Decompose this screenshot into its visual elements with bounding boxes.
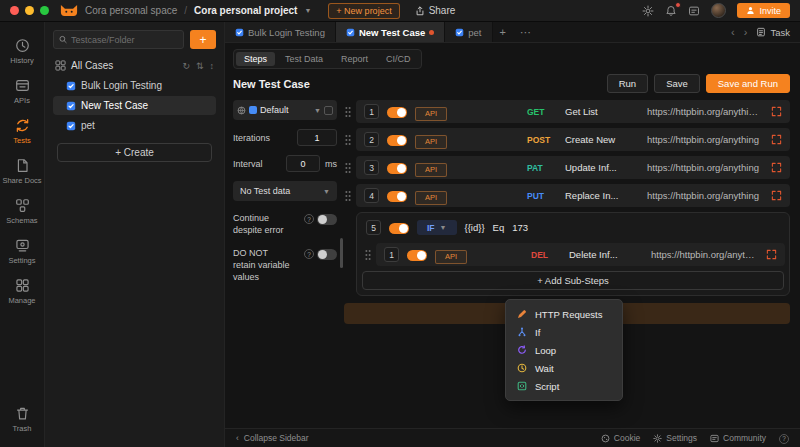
tab-steps[interactable]: Steps — [236, 52, 275, 66]
step-url: https://httpbin.org/anything — [647, 190, 763, 201]
primary-nav: History APIs Tests Share Docs Schemas Se… — [0, 22, 45, 447]
step-enabled-toggle[interactable] — [407, 250, 427, 261]
tab-bulk-login-testing[interactable]: Bulk Login Testing — [225, 22, 336, 42]
new-project-button[interactable]: + New project — [328, 3, 399, 19]
refresh-icon[interactable]: ↻ — [182, 61, 190, 71]
menu-item-wait[interactable]: Wait — [506, 359, 622, 377]
step-card[interactable]: 2 API POST Create New https://httpbin.or… — [356, 128, 790, 151]
create-button[interactable]: + Create — [57, 143, 212, 162]
settings-button[interactable]: Settings — [653, 433, 697, 443]
condition-operator[interactable]: Eq — [493, 222, 505, 233]
sidebar-item-manage[interactable]: Manage — [0, 272, 44, 311]
step-card[interactable]: 1 API DEL Delete Inf... https://httpbin.… — [376, 243, 785, 266]
test-data-select[interactable]: No Test data ▼ — [233, 181, 337, 201]
environment-manage-icon[interactable] — [324, 106, 333, 115]
add-substeps-button[interactable]: + Add Sub-Steps — [362, 271, 784, 290]
tab-forward-icon[interactable]: › — [744, 26, 748, 38]
breadcrumb-space[interactable]: Cora personal space — [85, 5, 177, 16]
if-type-select[interactable]: IF ▼ — [417, 220, 457, 235]
if-header[interactable]: 5 IF ▼ {{id}} Eq 173 — [361, 217, 785, 238]
minimize-window-button[interactable] — [25, 6, 34, 15]
expand-icon[interactable] — [771, 162, 782, 173]
community-button[interactable]: Community — [710, 433, 766, 443]
condition-variable[interactable]: {{id}} — [465, 222, 485, 233]
sidebar-item-share-docs[interactable]: Share Docs — [0, 152, 44, 191]
help-icon[interactable]: ? — [304, 249, 314, 259]
step-enabled-toggle[interactable] — [387, 163, 407, 174]
menu-item-script[interactable]: Script — [506, 377, 622, 395]
step-card[interactable]: 3 API PAT Update Inf... https://httpbin.… — [356, 156, 790, 179]
retain-variables-toggle[interactable] — [317, 249, 337, 260]
new-tab-button[interactable]: + — [493, 26, 513, 38]
search-input[interactable] — [71, 35, 178, 45]
testcase-item[interactable]: Bulk Login Testing — [53, 76, 216, 95]
sidebar-item-schemas[interactable]: Schemas — [0, 192, 44, 231]
testcase-label: pet — [81, 120, 95, 131]
run-button[interactable]: Run — [607, 74, 648, 93]
drag-handle[interactable] — [344, 190, 352, 202]
condition-value[interactable]: 173 — [512, 222, 528, 233]
drag-handle[interactable] — [344, 162, 352, 174]
step-card[interactable]: 4 API PUT Replace In... https://httpbin.… — [356, 184, 790, 207]
tab-new-test-case[interactable]: New Test Case — [336, 22, 445, 42]
add-testcase-button[interactable]: + — [190, 30, 216, 49]
tab-back-icon[interactable]: ‹ — [731, 26, 735, 38]
user-avatar[interactable] — [711, 3, 726, 18]
iterations-input[interactable] — [297, 129, 337, 146]
notifications-icon[interactable] — [665, 5, 677, 17]
help-icon[interactable]: ? — [304, 214, 314, 224]
tab-cicd[interactable]: CI/CD — [378, 52, 419, 66]
step-enabled-toggle[interactable] — [387, 135, 407, 146]
feedback-icon[interactable] — [688, 5, 700, 17]
invite-button[interactable]: Invite — [737, 3, 790, 18]
tab-pet[interactable]: pet — [445, 22, 492, 42]
collapse-sidebar-button[interactable]: ‹ Collapse Sidebar — [236, 433, 309, 443]
chevron-down-icon[interactable]: ▼ — [304, 7, 311, 14]
cookie-button[interactable]: Cookie — [601, 433, 640, 443]
expand-icon[interactable] — [766, 249, 777, 260]
menu-item-loop[interactable]: Loop — [506, 341, 622, 359]
tab-test-data[interactable]: Test Data — [277, 52, 331, 66]
sidebar-item-tests[interactable]: Tests — [0, 112, 44, 151]
tab-more-icon[interactable]: ⋯ — [513, 26, 538, 39]
step-enabled-toggle[interactable] — [387, 107, 407, 118]
save-and-run-button[interactable]: Save and Run — [706, 74, 790, 93]
menu-item-if[interactable]: If — [506, 323, 622, 341]
sidebar-item-apis[interactable]: APIs — [0, 72, 44, 111]
zoom-window-button[interactable] — [40, 6, 49, 15]
step-enabled-toggle[interactable] — [389, 223, 409, 234]
step-card[interactable]: 1 API GET Get List https://httpbin.org/a… — [356, 100, 790, 123]
collapse-all-icon[interactable]: ⇅ — [196, 61, 204, 71]
breadcrumb-project[interactable]: Cora personal project — [194, 5, 297, 16]
drag-handle[interactable] — [344, 212, 352, 296]
wait-icon — [517, 363, 527, 373]
all-cases-group[interactable]: All Cases ↻ ⇅ ↕ — [55, 60, 214, 71]
continue-despite-error-toggle[interactable] — [317, 214, 337, 225]
window-controls[interactable] — [10, 6, 49, 15]
expand-icon[interactable] — [771, 106, 782, 117]
panel-scrollbar[interactable] — [340, 238, 343, 268]
tab-label: pet — [468, 27, 481, 38]
expand-icon[interactable] — [771, 190, 782, 201]
drag-handle[interactable] — [364, 249, 372, 261]
sidebar-item-trash[interactable]: Trash — [0, 400, 44, 439]
drag-handle[interactable] — [344, 134, 352, 146]
tab-report[interactable]: Report — [333, 52, 376, 66]
save-button[interactable]: Save — [654, 74, 700, 93]
settings-icon[interactable] — [642, 5, 654, 17]
drag-handle[interactable] — [344, 106, 352, 118]
step-enabled-toggle[interactable] — [387, 191, 407, 202]
help-icon[interactable]: ? — [779, 434, 789, 444]
environment-select[interactable]: Default ▼ — [233, 100, 337, 120]
menu-item-http-requests[interactable]: HTTP Requests — [506, 305, 622, 323]
testcase-item[interactable]: pet — [53, 116, 216, 135]
close-window-button[interactable] — [10, 6, 19, 15]
sidebar-item-history[interactable]: History — [0, 32, 44, 71]
interval-input[interactable] — [286, 155, 320, 172]
task-button[interactable]: Task — [756, 27, 790, 38]
testcase-item-selected[interactable]: New Test Case — [53, 96, 216, 115]
share-button[interactable]: Share — [415, 5, 456, 16]
expand-icon[interactable] — [771, 134, 782, 145]
sort-icon[interactable]: ↕ — [210, 61, 215, 71]
sidebar-item-settings[interactable]: Settings — [0, 232, 44, 271]
